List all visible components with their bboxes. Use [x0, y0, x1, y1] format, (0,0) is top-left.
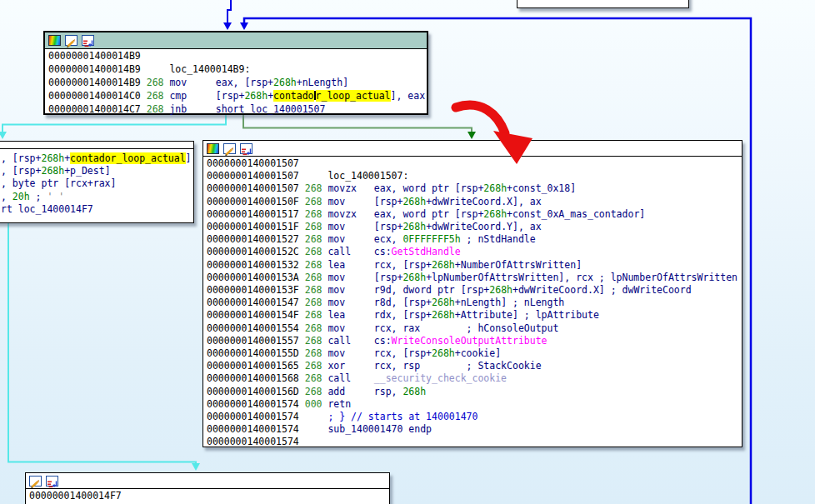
edge-false-branch-cyan	[0, 114, 226, 139]
code-line[interactable]: 00000001400014C0 268 cmp [rsp+268h+conta…	[48, 89, 427, 102]
code-line[interactable]: 0000000140001565 268 xor rcx, rsp ; Stac…	[207, 360, 742, 372]
block-titlebar	[0, 142, 193, 149]
code-line[interactable]: 00000001400014F7	[29, 490, 389, 502]
highlighted-identifier: contado	[273, 90, 313, 102]
ida-graph-canvas[interactable]: { "app": "disassembler-graph-view", "col…	[0, 0, 815, 504]
block-code[interactable]: 00000001400015070000000140001507 loc_140…	[203, 157, 742, 449]
block-code[interactable]: 00000001400014F7	[26, 489, 389, 502]
code-line[interactable]: 0000000140001557 268 call cs:WriteConsol…	[207, 335, 742, 347]
graph-layout-icon[interactable]	[82, 35, 94, 46]
node-color-palette-icon[interactable]	[48, 35, 61, 46]
code-line[interactable]: 0000000140001507 loc_140001507:	[207, 170, 742, 182]
code-line[interactable]: 000000014000156D 268 add rsp, 268h	[207, 386, 742, 398]
code-line[interactable]: 0000000140001574 000 retn	[207, 398, 742, 411]
edit-pencil-icon[interactable]	[29, 476, 42, 487]
code-line[interactable]: 000000014000154F 268 lea rdx, [rsp+268h+…	[207, 309, 742, 322]
edge-loop-exit-cyan	[8, 223, 200, 471]
basic-block-top-right-partial[interactable]	[517, 0, 689, 8]
node-color-palette-icon[interactable]	[207, 143, 219, 154]
code-line[interactable]: rt loc_1400014F7	[1, 203, 193, 216]
code-line[interactable]: 000000014000153F 268 mov r9d, dword ptr …	[207, 284, 742, 297]
edge-incoming-top-blue	[223, 0, 232, 30]
code-line[interactable]: 00000001400014B9 loc_1400014B9:	[48, 62, 427, 76]
code-line[interactable]: 0000000140001574 ; } // starts at 140001…	[207, 411, 742, 423]
code-line[interactable]: 0000000140001574 sub_140001470 endp	[207, 423, 742, 436]
code-line[interactable]: 0000000140001507	[207, 157, 742, 170]
basic-block-left-partial[interactable]: , [rsp+268h+contador_loop_actual], [rsp+…	[0, 141, 194, 223]
code-line[interactable]: 000000014000152C 268 call cs:GetStdHandl…	[207, 246, 742, 258]
code-line[interactable]: 000000014000150F 268 mov [rsp+268h+dwWri…	[207, 196, 742, 208]
edit-pencil-icon[interactable]	[65, 35, 78, 46]
code-line[interactable]: 0000000140001547 268 mov r8d, [rsp+268h+…	[207, 297, 742, 309]
code-line[interactable]: 0000000140001554 268 mov rcx, rax ; hCon…	[207, 322, 742, 335]
block-titlebar	[26, 473, 389, 489]
block-titlebar	[203, 141, 742, 157]
block-code[interactable]: 00000001400014B900000001400014B9 loc_140…	[45, 49, 427, 116]
code-line[interactable]: , [rsp+268h+p_Dest]	[1, 165, 193, 177]
code-line[interactable]: 000000014000151F 268 mov [rsp+268h+dwWri…	[207, 221, 742, 233]
code-line[interactable]: 00000001400014B9	[48, 49, 427, 62]
code-line[interactable]: , [rsp+268h+contador_loop_actual]	[1, 152, 193, 165]
graph-layout-icon[interactable]	[46, 476, 58, 487]
code-line[interactable]: 0000000140001532 268 lea rcx, [rsp+268h+…	[207, 259, 742, 272]
highlighted-identifier: contador_loop_actual	[70, 152, 185, 164]
code-line[interactable]: 0000000140001517 268 movzx eax, word ptr…	[207, 208, 742, 221]
edit-pencil-icon[interactable]	[223, 143, 236, 154]
code-line[interactable]: , 20h ; ' '	[1, 191, 193, 203]
code-line[interactable]: 0000000140001527 268 mov ecx, 0FFFFFFF5h…	[207, 233, 742, 246]
basic-block-loc-1400014F7[interactable]: 00000001400014F7	[25, 472, 390, 504]
code-line[interactable]: 0000000140001574	[207, 436, 742, 448]
graph-layout-icon[interactable]	[240, 143, 252, 154]
code-line[interactable]: 0000000140001507 268 movzx eax, word ptr…	[207, 182, 742, 195]
block-code[interactable]: , [rsp+268h+contador_loop_actual], [rsp+…	[0, 149, 193, 216]
basic-block-loc-1400014B9[interactable]: 00000001400014B900000001400014B9 loc_140…	[43, 31, 428, 115]
code-line[interactable]: , byte ptr [rcx+rax]	[1, 177, 193, 190]
code-line[interactable]: 00000001400014B9 268 mov eax, [rsp+268h+…	[48, 76, 427, 89]
highlighted-identifier: r_loop_actual	[316, 90, 391, 102]
basic-block-loc-140001507[interactable]: 00000001400015070000000140001507 loc_140…	[202, 140, 742, 447]
edge-true-branch-green	[243, 114, 476, 139]
block-titlebar	[45, 32, 427, 49]
code-line[interactable]: 000000014000155D 268 mov rcx, [rsp+268h+…	[207, 347, 742, 360]
code-line[interactable]: 0000000140001568 268 call __security_che…	[207, 372, 742, 385]
code-line[interactable]: 00000001400014C7 268 jnb short loc_14000…	[48, 102, 427, 116]
code-line[interactable]: 000000014000153A 268 mov [rsp+268h+lpNum…	[207, 272, 742, 284]
